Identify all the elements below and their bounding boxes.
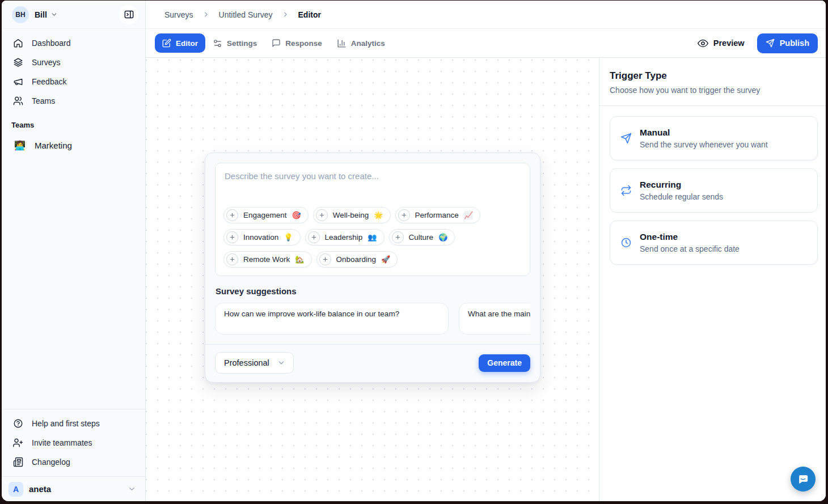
breadcrumb: Surveys Untitled Survey Editor bbox=[146, 1, 826, 29]
workspace-switcher[interactable]: BH Bill bbox=[2, 1, 145, 29]
chart-up-emoji-icon: 📈 bbox=[464, 211, 473, 219]
panel-title: Trigger Type bbox=[610, 70, 812, 82]
suggestion-card[interactable]: How can we improve work-life balance in … bbox=[215, 303, 449, 334]
publish-button[interactable]: Publish bbox=[757, 33, 818, 53]
sidebar-item-team-marketing[interactable]: 👩‍💻 Marketing bbox=[6, 135, 141, 155]
plus-icon bbox=[319, 253, 331, 265]
editor-toolbar: Editor Settings Response Analytics bbox=[146, 29, 826, 58]
trigger-option-description: Send the survey whenever you want bbox=[640, 140, 768, 149]
breadcrumb-item-untitled-survey[interactable]: Untitled Survey bbox=[219, 10, 273, 19]
eye-icon bbox=[698, 38, 708, 49]
trigger-option-text: Recurring Schedule regular sends bbox=[640, 180, 723, 201]
sliders-icon bbox=[213, 39, 222, 48]
breadcrumb-item-surveys[interactable]: Surveys bbox=[164, 10, 193, 19]
trigger-option-text: One-time Send once at a specific date bbox=[640, 232, 740, 253]
toolbar-actions: Preview Publish bbox=[691, 33, 818, 53]
topic-chip-well-being[interactable]: Well-being 🌟 bbox=[313, 207, 391, 223]
tone-value: Professional bbox=[224, 358, 269, 367]
topic-chip-engagement[interactable]: Engagement 🎯 bbox=[223, 207, 309, 223]
sidebar-item-label: Changelog bbox=[32, 458, 70, 467]
panel-collapse-icon bbox=[124, 9, 134, 20]
users-icon bbox=[13, 96, 23, 106]
megaphone-icon bbox=[13, 77, 23, 87]
sidebar-item-label: Invite teammates bbox=[32, 438, 92, 447]
editor-canvas[interactable]: Engagement 🎯 Well-being 🌟 bbox=[146, 58, 599, 501]
trigger-option-manual[interactable]: Manual Send the survey whenever you want bbox=[610, 116, 818, 160]
sidebar-item-label: Help and first steps bbox=[32, 419, 100, 428]
tab-editor[interactable]: Editor bbox=[155, 33, 205, 53]
suggestion-card[interactable]: What are the main ob bbox=[459, 303, 530, 334]
sidebar-item-invite[interactable]: Invite teammates bbox=[6, 433, 141, 452]
publish-label: Publish bbox=[780, 39, 809, 48]
topic-chip-remote-work[interactable]: Remote Work 🏡 bbox=[223, 251, 312, 268]
suggestions-row: How can we improve work-life balance in … bbox=[215, 303, 530, 334]
plus-icon bbox=[226, 253, 238, 265]
survey-description-input[interactable] bbox=[216, 163, 530, 197]
tone-select[interactable]: Professional bbox=[215, 352, 294, 374]
topic-chip-performance[interactable]: Performance 📈 bbox=[395, 207, 481, 223]
plus-icon bbox=[308, 231, 320, 243]
chat-launcher-button[interactable] bbox=[791, 467, 816, 492]
account-menu[interactable]: A aneta bbox=[2, 476, 145, 501]
chat-bubble-icon bbox=[796, 472, 810, 486]
tab-response[interactable]: Response bbox=[264, 33, 329, 53]
tab-label: Settings bbox=[227, 39, 257, 48]
collapse-sidebar-button[interactable] bbox=[119, 5, 138, 24]
preview-button[interactable]: Preview bbox=[691, 35, 751, 52]
tab-analytics[interactable]: Analytics bbox=[329, 33, 392, 53]
topic-chip-onboarding[interactable]: Onboarding 🚀 bbox=[316, 251, 398, 268]
chip-label: Innovation bbox=[243, 233, 278, 242]
tab-settings[interactable]: Settings bbox=[205, 33, 264, 53]
star-emoji-icon: 🌟 bbox=[374, 211, 383, 219]
send-icon bbox=[620, 133, 632, 144]
chip-label: Culture bbox=[409, 233, 434, 242]
topic-chip-innovation[interactable]: Innovation 💡 bbox=[223, 229, 301, 245]
trigger-option-one-time[interactable]: One-time Send once at a specific date bbox=[610, 221, 818, 265]
house-emoji-icon: 🏡 bbox=[295, 255, 304, 264]
chevron-down-icon bbox=[128, 485, 136, 493]
tab-label: Editor bbox=[176, 39, 198, 48]
topic-chip-culture[interactable]: Culture 🌍 bbox=[389, 229, 455, 245]
layers-icon bbox=[13, 57, 23, 67]
chip-label: Onboarding bbox=[336, 255, 377, 264]
composer-card-footer: Professional Generate bbox=[205, 344, 540, 382]
trigger-option-title: Manual bbox=[640, 128, 768, 138]
chevron-right-icon bbox=[282, 11, 289, 18]
sidebar-item-teams[interactable]: Teams bbox=[6, 91, 141, 111]
tab-label: Response bbox=[285, 39, 322, 48]
ai-survey-composer-card: Engagement 🎯 Well-being 🌟 bbox=[205, 153, 540, 383]
chip-label: Remote Work bbox=[243, 255, 290, 264]
tab-label: Analytics bbox=[351, 39, 385, 48]
sidebar-item-changelog[interactable]: Changelog bbox=[6, 452, 141, 472]
sidebar-item-help[interactable]: Help and first steps bbox=[6, 414, 141, 433]
bulb-emoji-icon: 💡 bbox=[284, 233, 293, 242]
panel-subtitle: Choose how you want to trigger the surve… bbox=[610, 86, 812, 95]
suggestions-title: Survey suggestions bbox=[216, 286, 530, 296]
sidebar-footer: Help and first steps Invite teammates Ch… bbox=[2, 409, 145, 474]
plus-icon bbox=[226, 209, 238, 221]
generate-button[interactable]: Generate bbox=[479, 354, 530, 372]
trigger-option-description: Schedule regular sends bbox=[640, 192, 723, 201]
chevron-right-icon bbox=[202, 11, 210, 18]
content-row: Engagement 🎯 Well-being 🌟 bbox=[146, 58, 826, 501]
sidebar-spacer bbox=[2, 155, 145, 409]
composer-card-top: Engagement 🎯 Well-being 🌟 bbox=[205, 153, 540, 344]
plus-icon bbox=[398, 209, 410, 221]
plus-icon bbox=[316, 209, 328, 221]
sidebar-item-label: Dashboard bbox=[32, 39, 71, 48]
team-name: Marketing bbox=[35, 141, 72, 150]
sidebar-item-label: Surveys bbox=[32, 58, 61, 67]
trigger-option-recurring[interactable]: Recurring Schedule regular sends bbox=[610, 168, 818, 213]
newspaper-icon bbox=[13, 457, 23, 467]
topic-chip-leadership[interactable]: Leadership 👥 bbox=[305, 229, 385, 245]
dart-emoji-icon: 🎯 bbox=[292, 211, 301, 219]
sidebar-item-dashboard[interactable]: Dashboard bbox=[6, 33, 141, 53]
breadcrumb-item-editor: Editor bbox=[298, 10, 321, 19]
clock-icon bbox=[620, 237, 632, 248]
sidebar-item-surveys[interactable]: Surveys bbox=[6, 53, 141, 72]
user-plus-icon bbox=[13, 438, 23, 448]
topic-chips: Engagement 🎯 Well-being 🌟 bbox=[216, 207, 530, 276]
sidebar-item-feedback[interactable]: Feedback bbox=[6, 72, 141, 91]
message-square-icon bbox=[272, 39, 281, 48]
app-window: BH Bill Dashboard Surv bbox=[2, 1, 826, 501]
